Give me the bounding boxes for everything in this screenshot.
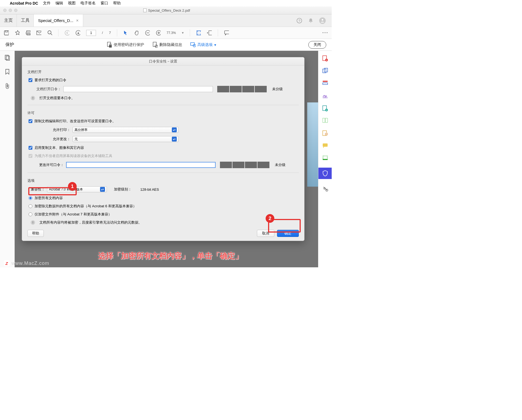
search-icon[interactable] [47,30,52,35]
minimize-light[interactable] [9,9,12,12]
doc-open-section: 文档打开 [27,70,299,74]
tab-close-icon[interactable]: × [76,18,79,23]
menu-window[interactable]: 窗口 [101,1,108,6]
watermark-text: www.MacZ.com [11,261,49,266]
open-password-input[interactable] [63,86,213,92]
restrict-editing-label: 限制文档编辑和打印。改变这些许可设置需要口令。 [35,119,116,124]
info-icon: ! [31,220,35,225]
menu-sign[interactable]: 电子签名 [80,1,96,6]
more-icon[interactable]: ••• [323,30,328,35]
avatar[interactable] [319,17,326,24]
star-icon[interactable] [15,30,20,35]
allow-print-select[interactable]: 高分辨率 ▴▾ [73,127,179,133]
encrypt-attachments-radio[interactable] [29,212,32,216]
dialog-title: 口令安全性－设置 [22,57,304,66]
bookmark-icon[interactable] [5,69,10,75]
encrypt-except-meta-radio[interactable] [29,204,32,208]
mac-menubar: Acrobat Pro DC 文件 编辑 视图 电子签名 窗口 帮助 [0,0,332,7]
sign-icon[interactable] [322,93,328,99]
svg-rect-48 [323,159,328,160]
change-perm-password-input[interactable] [66,162,216,168]
enable-copy-checkbox[interactable] [29,146,32,150]
stamp-icon[interactable] [322,143,328,149]
zoom-in-icon[interactable] [156,30,161,35]
more-tools-icon[interactable]: + [322,186,328,192]
chevron-down-icon[interactable]: ▾ [182,31,184,35]
attachment-icon[interactable] [5,83,10,89]
document-tab-label: Special_Offers_D... [38,18,73,23]
menu-edit[interactable]: 编辑 [55,1,63,6]
help-button[interactable]: 帮助 [27,230,44,237]
right-tool-rail: + + + [318,51,332,267]
create-pdf-icon[interactable]: + [322,55,328,61]
password-protect-button[interactable]: 使用密码进行保护 [107,42,144,48]
svg-point-28 [194,45,195,46]
svg-rect-37 [323,83,328,84]
save-icon[interactable] [4,30,9,35]
watermark: Z www.MacZ.com [4,260,49,266]
export-icon[interactable]: + [322,105,328,111]
comment-icon[interactable] [224,30,229,35]
tools-tab[interactable]: 工具 [17,14,34,27]
thumbnails-icon[interactable] [5,55,10,61]
edit-pdf-icon[interactable] [322,80,328,86]
watermark-logo: Z [4,260,10,266]
organize-icon[interactable] [322,118,328,124]
cancel-button[interactable]: 取消 [257,230,274,237]
require-open-password-checkbox[interactable] [29,78,32,82]
advanced-options-button[interactable]: 高级选项 ▾ [190,42,216,47]
page-sep: / [102,31,103,35]
protect-tool-active[interactable] [318,168,332,179]
main-toolbar: / 7 77.3% ▾ ••• [0,27,332,39]
enable-copy-label: 启用复制文本、图像和其它内容 [35,145,84,150]
comment-tool-icon[interactable] [322,130,328,136]
combine-icon[interactable] [322,68,328,74]
page-width-icon[interactable] [207,30,212,35]
password-protect-label: 使用密码进行保护 [114,42,144,47]
home-tab[interactable]: 主页 [0,14,17,27]
encrypt-all-radio[interactable] [29,196,32,200]
open-password-label: 文档打开口令： [29,87,61,92]
advanced-options-label: 高级选项 [197,42,213,47]
restrict-editing-checkbox[interactable] [29,119,32,123]
svg-rect-19 [209,31,212,35]
remove-hidden-button[interactable]: 删除隐藏信息 [152,42,182,48]
help-icon[interactable]: ? [296,18,302,24]
compatibility-select[interactable]: Acrobat 7.0 和更高版本 ▴▾ [47,186,107,192]
menu-file[interactable]: 文件 [43,1,51,6]
zoom-out-icon[interactable] [145,30,150,35]
mail-icon[interactable] [36,30,41,35]
fit-icon[interactable] [196,30,201,35]
change-perm-password-label: 更改许可口令： [34,162,64,167]
open-password-info: 打开文档需要本口令。 [39,96,75,101]
options-section: 选项 [27,178,299,183]
protect-toolbar: 保护 使用密码进行保护 删除隐藏信息 高级选项 ▾ 关闭 [0,39,332,51]
allow-change-select[interactable]: 无 ▴▾ [73,136,179,142]
svg-rect-22 [109,45,112,48]
selection-tool-icon[interactable] [123,30,128,35]
allow-print-label: 允许打印： [49,127,70,132]
scan-icon[interactable] [322,155,328,161]
prev-page-icon[interactable] [64,30,69,35]
encryption-level-value: 128-bit AES [140,187,159,192]
close-light[interactable] [3,9,7,12]
ok-button[interactable]: 确定 [277,230,299,237]
next-page-icon[interactable] [75,30,80,35]
page-number-input[interactable] [86,30,96,36]
menu-help[interactable]: 帮助 [113,1,121,6]
close-protect-button[interactable]: 关闭 [308,41,326,49]
page-total: 7 [109,31,111,35]
svg-text:+: + [326,59,327,62]
svg-rect-42 [323,118,325,123]
document-tab[interactable]: Special_Offers_D... × [34,14,83,27]
app-menu[interactable]: Acrobat Pro DC [10,1,38,5]
zoom-level[interactable]: 77.3% [167,31,176,35]
password-security-dialog: 口令安全性－设置 文档打开 要求打开文档的口令 文档打开口令： 未分级 ! 打开… [22,57,304,241]
menu-view[interactable]: 视图 [68,1,76,6]
encrypt-except-meta-label: 加密除元数据外的所有文档内容（与 Acrobat 6 和更高版本兼容） [35,204,136,209]
zoom-light[interactable] [14,9,17,12]
hand-tool-icon[interactable] [134,30,139,35]
compat-value: Acrobat 7.0 和更高版本 [49,187,83,192]
bell-icon[interactable] [308,18,313,23]
print-icon[interactable] [26,30,30,35]
